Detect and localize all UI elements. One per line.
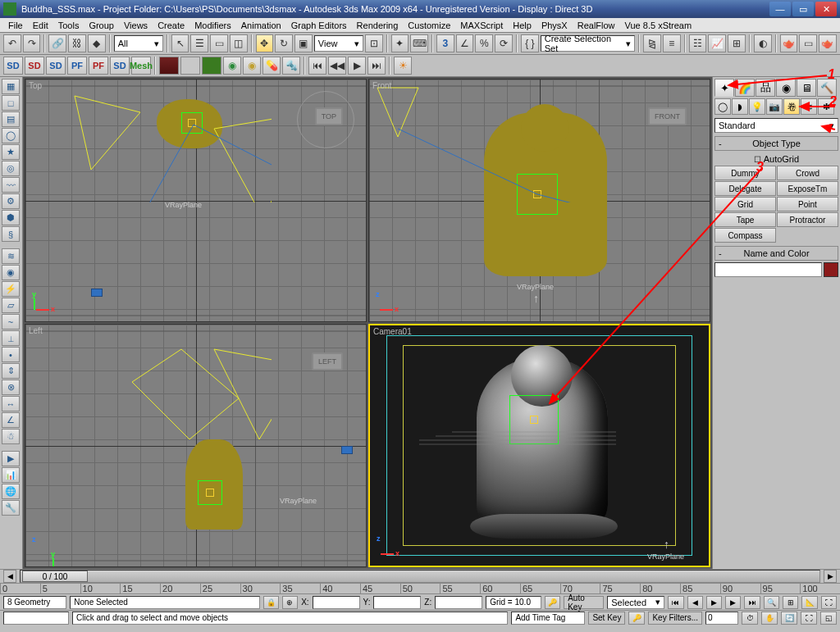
object-name-input[interactable] [714, 262, 822, 277]
geometry-subtab[interactable]: ◯ [714, 98, 731, 115]
window-crossing-button[interactable]: ◫ [230, 34, 248, 52]
viewcube-tag[interactable]: LEFT [312, 352, 343, 371]
mirror-button[interactable]: ⧎ [643, 34, 661, 52]
sd-button[interactable]: SD [25, 57, 44, 75]
sun-icon[interactable]: ☀ [394, 57, 412, 75]
thumb-icon[interactable] [159, 57, 179, 75]
rope-icon[interactable]: 〰 [2, 177, 20, 193]
menu-edit[interactable]: Edit [28, 20, 53, 30]
preview-icon[interactable]: ▶ [2, 451, 20, 466]
compass-button[interactable]: Compass [714, 228, 776, 243]
autokey-button[interactable]: Auto Key [564, 596, 604, 609]
subtract-icon[interactable]: ◉ [243, 57, 261, 75]
carwheel-icon[interactable]: ⊗ [2, 380, 20, 395]
viewport-top[interactable]: Top TOP VRayPlane xy [25, 79, 367, 322]
union-icon[interactable]: ◉ [223, 57, 241, 75]
angle-snap-button[interactable]: ∠ [456, 34, 474, 52]
sd-button[interactable]: SD [110, 57, 130, 75]
render-frame-button[interactable]: ▭ [799, 34, 817, 52]
timetag-button[interactable]: Add Time Tag [511, 612, 585, 625]
thumb-icon[interactable] [202, 57, 221, 75]
select-move-button[interactable]: ✥ [256, 34, 274, 52]
menu-create[interactable]: Create [153, 20, 189, 30]
pivot-center-button[interactable]: ⊡ [365, 34, 383, 52]
viewport-left[interactable]: Left LEFT VRayPlane yz [25, 324, 367, 567]
nav-maximize-icon[interactable]: ⛶ [801, 612, 817, 625]
thumb-icon[interactable] [180, 57, 200, 75]
menu-file[interactable]: File [3, 20, 28, 30]
select-scale-button[interactable]: ▣ [294, 34, 313, 52]
align-button[interactable]: ≡ [663, 34, 681, 52]
y-spinner[interactable] [373, 596, 421, 609]
rollout-nameandcolor[interactable]: Name and Color [714, 246, 838, 261]
angular-icon[interactable]: ∠ [2, 412, 20, 428]
bind-button[interactable]: ◆ [88, 34, 106, 52]
unlink-button[interactable]: ⛓ [68, 34, 86, 52]
menu-modifiers[interactable]: Modifiers [189, 20, 236, 30]
select-rotate-button[interactable]: ↻ [275, 34, 293, 52]
wheel-icon[interactable]: ◉ [2, 265, 20, 280]
play-button[interactable]: ▶ [706, 596, 722, 609]
time-slider[interactable]: 0 / 100 [20, 570, 820, 583]
lights-subtab[interactable]: 💡 [749, 98, 765, 115]
manipulate-button[interactable]: ✦ [391, 34, 409, 52]
quick-render-button[interactable]: 🫖 [819, 34, 837, 52]
menu-grapheditors[interactable]: Graph Editors [286, 20, 352, 30]
viewcube-tag[interactable]: FRONT [648, 107, 687, 125]
create-tab[interactable]: ✦ [714, 79, 734, 97]
gear-icon[interactable]: ⚙ [2, 193, 20, 209]
world-icon[interactable]: 🌐 [2, 484, 20, 499]
menu-physx[interactable]: PhysX [536, 20, 573, 30]
snap-button[interactable]: 3 [436, 34, 454, 52]
z-spinner[interactable] [435, 596, 482, 609]
hinge-icon[interactable]: ⟂ [2, 330, 20, 346]
keyboard-button[interactable]: ⌨ [410, 34, 428, 52]
sd-button[interactable]: SD [3, 57, 23, 75]
named-selset-combo[interactable]: Create Selection Set▾ [541, 35, 636, 52]
protractor-button[interactable]: Protractor [777, 212, 838, 227]
util-icon[interactable]: 🔧 [2, 500, 20, 516]
play-button[interactable]: ▶ [348, 57, 366, 75]
sphere-icon[interactable]: ◯ [2, 128, 20, 143]
analyze-icon[interactable]: 📊 [2, 467, 20, 483]
play-end-button[interactable]: ⏭ [744, 596, 760, 609]
rollout-objecttype[interactable]: Object Type [714, 136, 838, 151]
setkey-icon[interactable]: 🔑 [628, 612, 645, 625]
exposetm-button[interactable]: ExposeTm [777, 181, 838, 196]
spinner-snap-button[interactable]: ⟳ [495, 34, 513, 52]
menu-customize[interactable]: Customize [403, 20, 455, 30]
material-editor-button[interactable]: ◐ [754, 34, 772, 52]
menu-group[interactable]: Group [84, 20, 119, 30]
box-icon[interactable]: □ [2, 95, 20, 111]
wind-icon[interactable]: ≋ [2, 248, 20, 264]
nav-zoom-icon[interactable]: 🔍 [764, 596, 779, 609]
hierarchy-tab[interactable]: 品 [756, 79, 775, 97]
cube-icon[interactable]: ▦ [2, 79, 20, 94]
tape-button[interactable]: Tape [714, 212, 776, 227]
dummy-button[interactable]: Dummy [714, 166, 776, 180]
selection-filter-combo[interactable]: All▾ [114, 35, 163, 52]
linear-icon[interactable]: ↔ [2, 396, 20, 411]
point-button[interactable]: Point [777, 197, 838, 211]
time-ruler[interactable]: 0 5 10 15 20 25 30 35 40 45 50 55 60 65 … [0, 583, 840, 593]
crowd-button[interactable]: Crowd [777, 166, 838, 180]
select-rect-button[interactable]: ▭ [210, 34, 228, 52]
viewcube-tag[interactable]: TOP [315, 107, 343, 125]
keyfilters-button[interactable]: Key Filters... [648, 612, 702, 625]
cameras-subtab[interactable]: 📷 [766, 98, 783, 115]
redo-button[interactable]: ↷ [23, 34, 41, 52]
nav-minmax-icon[interactable]: ◱ [820, 612, 837, 625]
menu-maxscript[interactable]: MAXScript [455, 20, 508, 30]
menu-animation[interactable]: Animation [236, 20, 286, 30]
helpers-subtab[interactable]: 卷 [783, 98, 800, 115]
abs-rel-button[interactable]: ⊕ [282, 596, 298, 609]
percent-snap-button[interactable]: % [475, 34, 493, 52]
render-setup-button[interactable]: 🫖 [780, 34, 798, 52]
pill-icon[interactable]: 💊 [262, 57, 281, 75]
timeline-right-button[interactable]: ▶ [824, 570, 837, 583]
timeline-left-button[interactable]: ◀ [3, 570, 16, 583]
nav-zoomext-icon[interactable]: ⛶ [821, 596, 837, 609]
star-icon[interactable]: ★ [2, 144, 20, 160]
prev-frame-button[interactable]: ◀◀ [328, 57, 346, 75]
prismatic-icon[interactable]: ⇕ [2, 363, 20, 379]
